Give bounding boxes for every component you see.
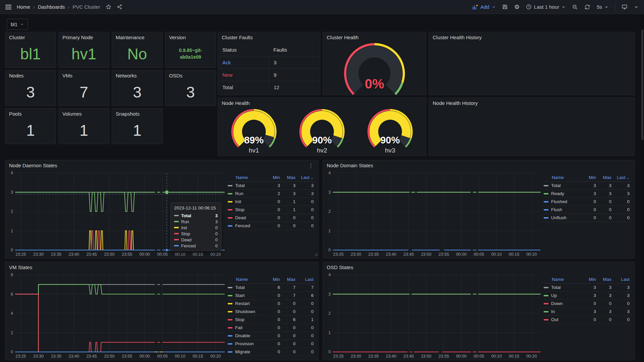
fault-status[interactable]: Ack <box>218 60 269 65</box>
legend-series-toggle[interactable]: Total <box>544 183 582 188</box>
panel-menu-icon[interactable]: ⋮ <box>306 162 316 169</box>
panel-title[interactable]: VM States <box>5 262 318 272</box>
scrollbar-thumb[interactable] <box>641 29 643 140</box>
panel-title[interactable]: Node Daemon States <box>5 160 318 170</box>
kiosk-monitor-icon[interactable] <box>622 4 628 10</box>
fault-status[interactable]: Total <box>218 84 269 90</box>
legend-max-value: 0 <box>281 333 297 338</box>
node-daemon-states-chart[interactable]: 23:2523:3023:3523:4023:4523:5023:5500:00… <box>5 170 228 258</box>
refresh-icon[interactable] <box>584 4 590 10</box>
panel-title[interactable]: Node Health History <box>429 98 634 108</box>
breadcrumb-dashboards[interactable]: Dashboards <box>38 4 65 10</box>
legend-series-toggle[interactable]: Start <box>228 293 266 298</box>
legend-header-last[interactable]: Last <box>613 277 631 282</box>
legend-header-min[interactable]: Min <box>266 277 281 282</box>
legend-header-last[interactable]: Last⌄ <box>613 175 631 180</box>
legend-row: Stop 0 6 1 <box>228 316 315 324</box>
legend-last-value: 0 <box>297 309 315 314</box>
legend-series-toggle[interactable]: Total <box>228 285 266 290</box>
star-icon[interactable] <box>106 4 111 10</box>
save-dashboard-icon[interactable] <box>502 4 508 10</box>
column-header-faults[interactable]: Faults <box>269 47 320 53</box>
legend-header-max[interactable]: Max <box>597 175 613 180</box>
legend-series-toggle[interactable]: Fail <box>228 325 266 330</box>
legend-series-toggle[interactable]: Migrate <box>228 349 266 354</box>
legend-header-last[interactable]: Last <box>297 277 315 282</box>
panel-title[interactable]: Primary Node <box>59 32 109 42</box>
legend-series-toggle[interactable]: Out <box>544 317 582 322</box>
legend-series-toggle[interactable]: In <box>544 309 582 314</box>
svg-text:3: 3 <box>11 190 13 195</box>
legend-header-max[interactable]: Max <box>281 277 297 282</box>
legend-series-toggle[interactable]: Total <box>228 183 266 188</box>
panel-title[interactable]: Pools <box>5 109 56 119</box>
zoom-out-icon[interactable] <box>572 4 578 10</box>
legend-series-toggle[interactable]: Dead <box>228 215 266 220</box>
legend-series-toggle[interactable]: Up <box>544 293 582 298</box>
legend-header-max[interactable]: Max <box>281 175 297 180</box>
panel-title[interactable]: Snapshots <box>112 109 162 119</box>
cluster-variable-dropdown[interactable]: bl1 <box>7 19 28 30</box>
panel-title[interactable]: VMs <box>59 70 109 80</box>
panel-title[interactable]: Cluster <box>5 32 56 42</box>
panel-title[interactable]: Cluster Health <box>323 32 426 42</box>
legend-series-toggle[interactable]: Ready <box>544 191 582 196</box>
legend-series-toggle[interactable]: Init <box>228 199 266 204</box>
panel-title[interactable]: Node Domain States <box>323 160 634 170</box>
hamburger-menu-icon[interactable] <box>5 5 11 9</box>
legend-series-toggle[interactable]: Run <box>228 191 266 196</box>
panel-title[interactable]: Volumes <box>59 109 109 119</box>
panel-resize-handle[interactable] <box>315 251 318 257</box>
legend-series-toggle[interactable]: Fenced <box>228 223 266 228</box>
legend-header-name[interactable]: Name <box>544 277 582 282</box>
osd-states-chart[interactable]: 23:2523:3023:3523:4023:4523:5023:5500:00… <box>323 272 544 360</box>
panel-title[interactable]: Cluster Health History <box>429 32 634 42</box>
legend-series-toggle[interactable]: Flush <box>544 207 582 212</box>
svg-text:1: 1 <box>328 229 331 233</box>
panel-title[interactable]: Cluster Faults <box>218 32 320 42</box>
scrollbar-track[interactable] <box>641 14 644 362</box>
legend-row: Run 2 3 3 <box>228 190 315 198</box>
share-icon[interactable] <box>117 4 122 10</box>
legend-header-min[interactable]: Min <box>582 175 597 180</box>
dashboard-settings-icon[interactable]: ⚙ <box>514 4 520 10</box>
legend-header-min[interactable]: Min <box>582 277 597 282</box>
refresh-interval-dropdown[interactable]: 5s <box>597 4 608 10</box>
panel-title[interactable]: OSD States <box>323 262 634 272</box>
legend-row: Shutdown 0 0 0 <box>228 308 315 316</box>
node-domain-states-chart[interactable]: 23:2523:3023:3523:4023:4523:5023:5500:00… <box>323 170 544 258</box>
legend-series-toggle[interactable]: Restart <box>228 301 266 306</box>
legend-series-toggle[interactable]: Unflush <box>544 215 582 220</box>
legend-header-min[interactable]: Min <box>266 175 281 180</box>
fault-status[interactable]: New <box>218 72 269 78</box>
legend-series-toggle[interactable]: Disable <box>228 333 266 338</box>
legend-series-toggle[interactable]: Flushed <box>544 199 582 204</box>
panel-title[interactable]: Nodes <box>5 70 56 80</box>
legend-header-name[interactable]: Name <box>228 175 266 180</box>
svg-text:3: 3 <box>328 292 331 297</box>
breadcrumb-home[interactable]: Home <box>17 4 30 10</box>
legend-header-name[interactable]: Name <box>228 277 266 282</box>
legend-header-name[interactable]: Name <box>544 175 582 180</box>
svg-text:3: 3 <box>328 190 331 195</box>
legend-max-value: 0 <box>597 215 613 220</box>
legend-header-max[interactable]: Max <box>597 277 613 282</box>
legend-series-toggle[interactable]: Stop <box>228 207 266 212</box>
panel-title[interactable]: Version <box>165 32 216 42</box>
legend-series-toggle[interactable]: Total <box>544 285 582 290</box>
panel-title[interactable]: Maintenance <box>112 32 162 42</box>
legend-series-toggle[interactable]: Provision <box>228 341 266 346</box>
column-header-status[interactable]: Status <box>218 47 269 53</box>
add-panel-button[interactable]: Add <box>472 4 496 10</box>
time-range-picker[interactable]: Last 1 hour <box>526 4 566 10</box>
panel-title[interactable]: Node Health <box>218 98 426 108</box>
legend-last-value: 3 <box>613 285 631 290</box>
vm-states-chart[interactable]: 23:2523:3023:3523:4023:4523:5023:5500:00… <box>5 272 228 360</box>
legend-header-last[interactable]: Last⌄ <box>297 175 315 180</box>
panel-title[interactable]: OSDs <box>165 70 216 80</box>
legend-series-toggle[interactable]: Down <box>544 301 582 306</box>
legend-series-toggle[interactable]: Stop <box>228 317 266 322</box>
chevron-down-icon[interactable] <box>634 5 639 9</box>
panel-title[interactable]: Networks <box>112 70 162 80</box>
legend-series-toggle[interactable]: Shutdown <box>228 309 266 314</box>
